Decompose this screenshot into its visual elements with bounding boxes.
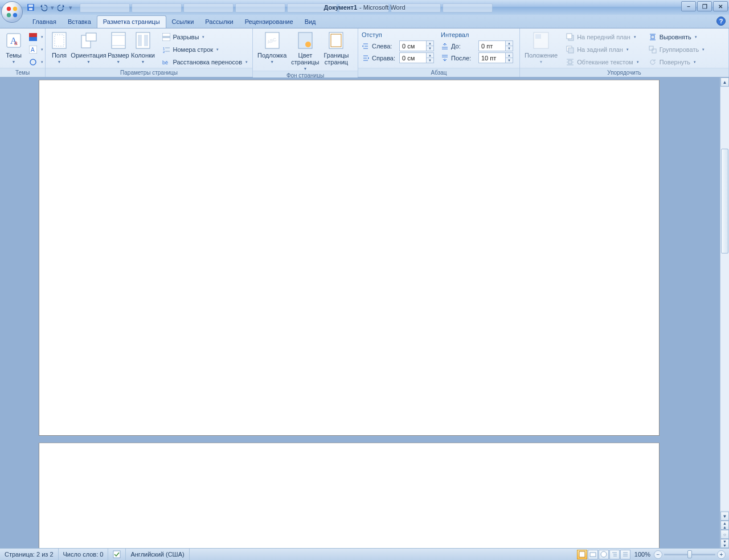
size-button[interactable]: Размер ▼ xyxy=(107,30,130,64)
theme-fonts-button[interactable]: A▾ xyxy=(26,44,46,55)
browse-object-icon[interactable]: ○ xyxy=(720,530,729,539)
spacing-after-input[interactable]: ▲▼ xyxy=(478,52,513,63)
background-task-tabs xyxy=(80,3,535,14)
size-label: Размер xyxy=(108,52,129,59)
svg-text:bē: bē xyxy=(162,60,168,66)
position-button[interactable]: Положение ▼ xyxy=(522,30,560,64)
theme-effects-button[interactable]: ▾ xyxy=(26,56,46,68)
columns-button[interactable]: Колонки ▼ xyxy=(130,30,155,64)
orientation-button[interactable]: Ориентация ▼ xyxy=(71,30,107,64)
help-icon[interactable]: ? xyxy=(716,17,726,26)
status-page[interactable]: Страница: 2 из 2 xyxy=(0,549,59,560)
group-icon xyxy=(648,45,657,54)
status-bar: Страница: 2 из 2 Число слов: 0 Английски… xyxy=(0,548,729,560)
tab-home[interactable]: Главная xyxy=(27,16,62,28)
rotate-button[interactable]: Повернуть▾ xyxy=(646,56,707,68)
tab-page-layout[interactable]: Разметка страницы xyxy=(97,15,166,28)
rotate-icon xyxy=(648,58,657,67)
close-button[interactable]: ✕ xyxy=(713,1,728,11)
spin-down-icon[interactable]: ▼ xyxy=(427,46,433,51)
send-back-icon xyxy=(566,45,575,54)
zoom-out-button[interactable]: − xyxy=(654,550,662,559)
spin-down-icon[interactable]: ▼ xyxy=(427,58,433,63)
svg-rect-22 xyxy=(144,35,148,46)
page-borders-label: Границы страниц xyxy=(323,52,349,66)
svg-rect-42 xyxy=(649,46,653,50)
line-numbers-label: Номера строк xyxy=(173,46,214,53)
theme-colors-button[interactable]: ▾ xyxy=(26,31,46,43)
spin-up-icon[interactable]: ▲ xyxy=(506,53,513,58)
breaks-button[interactable]: Разрывы▾ xyxy=(159,31,250,43)
tab-references[interactable]: Ссылки xyxy=(166,16,200,28)
next-page-icon[interactable]: ▼▼ xyxy=(720,539,729,548)
indent-left-label: Слева: xyxy=(372,43,397,50)
text-wrap-button[interactable]: Обтекание текстом▾ xyxy=(563,56,641,68)
scroll-down-icon[interactable]: ▼ xyxy=(720,512,729,521)
svg-text:2: 2 xyxy=(163,50,165,54)
page-1[interactable] xyxy=(39,80,660,436)
qat-dropdown-icon[interactable]: ▾ xyxy=(50,4,55,11)
margins-button[interactable]: Поля ▼ xyxy=(48,30,71,64)
hyphenation-button[interactable]: bēРасстановка переносов▾ xyxy=(159,56,250,68)
view-web-layout[interactable] xyxy=(599,550,609,559)
zoom-slider-thumb[interactable] xyxy=(687,550,692,558)
view-full-screen[interactable] xyxy=(588,550,598,559)
prev-page-icon[interactable]: ▲▲ xyxy=(720,521,729,530)
spin-down-icon[interactable]: ▼ xyxy=(506,58,513,63)
indent-right-input[interactable]: ▲▼ xyxy=(399,52,434,63)
view-outline[interactable] xyxy=(609,550,620,559)
view-draft[interactable] xyxy=(620,550,630,559)
tab-review[interactable]: Рецензирование xyxy=(239,16,299,28)
vertical-scrollbar[interactable]: ▲ ▼ ▲▲ ○ ▼▼ xyxy=(720,77,729,548)
group-objects-button[interactable]: Группировать▾ xyxy=(646,44,707,55)
indent-right-icon xyxy=(362,54,370,62)
align-button[interactable]: Выровнять▾ xyxy=(646,31,707,43)
undo-icon[interactable] xyxy=(38,2,49,13)
status-proofing[interactable] xyxy=(108,549,126,560)
zoom-slider[interactable] xyxy=(664,554,715,555)
tab-view[interactable]: Вид xyxy=(299,16,322,28)
zoom-level[interactable]: 100% xyxy=(634,551,650,558)
save-icon[interactable] xyxy=(25,2,36,13)
tab-insert[interactable]: Вставка xyxy=(62,16,97,28)
zoom-in-button[interactable]: + xyxy=(717,550,726,559)
maximize-button[interactable]: ❐ xyxy=(697,1,712,11)
spin-down-icon[interactable]: ▼ xyxy=(506,46,513,51)
bring-front-button[interactable]: На передний план▾ xyxy=(563,31,641,43)
scroll-up-icon[interactable]: ▲ xyxy=(720,77,729,87)
redo-icon[interactable] xyxy=(56,2,67,13)
proofing-icon xyxy=(113,550,121,558)
scroll-thumb[interactable] xyxy=(721,149,728,254)
document-area[interactable] xyxy=(0,77,720,548)
spin-up-icon[interactable]: ▲ xyxy=(506,41,513,46)
send-back-button[interactable]: На задний план▾ xyxy=(563,44,641,55)
svg-rect-23 xyxy=(162,33,170,36)
spacing-before-input[interactable]: ▲▼ xyxy=(478,40,513,51)
qat-customize-icon[interactable]: ▾ xyxy=(68,4,73,11)
page-borders-button[interactable]: Границы страниц xyxy=(321,30,351,66)
group-page-setup-label: Параметры страницы xyxy=(46,68,252,77)
status-word-count[interactable]: Число слов: 0 xyxy=(59,549,109,560)
page-borders-icon xyxy=(327,31,345,50)
indent-left-input[interactable]: ▲▼ xyxy=(399,40,434,51)
tab-mailings[interactable]: Рассылки xyxy=(199,16,239,28)
themes-button[interactable]: Aa Темы ▼ xyxy=(2,30,25,64)
spin-up-icon[interactable]: ▲ xyxy=(427,53,433,58)
bring-front-icon xyxy=(566,32,575,42)
scroll-track[interactable] xyxy=(720,87,729,510)
spacing-before-label: До: xyxy=(451,43,476,50)
view-print-layout[interactable] xyxy=(577,550,587,559)
position-label: Положение xyxy=(525,52,558,59)
page-2[interactable] xyxy=(39,443,660,548)
page-color-button[interactable]: Цвет страницы ▼ xyxy=(289,30,321,71)
svg-rect-45 xyxy=(579,551,585,557)
line-numbers-button[interactable]: 12Номера строк▾ xyxy=(159,44,250,55)
group-page-background: ABC Подложка ▼ Цвет страницы ▼ Границы с… xyxy=(253,28,358,77)
page-color-label: Цвет страницы xyxy=(291,52,319,66)
columns-icon xyxy=(134,31,152,50)
office-button[interactable] xyxy=(1,1,23,23)
watermark-button[interactable]: ABC Подложка ▼ xyxy=(255,30,289,64)
minimize-button[interactable]: – xyxy=(681,1,696,11)
status-language[interactable]: Английский (США) xyxy=(126,549,189,560)
spin-up-icon[interactable]: ▲ xyxy=(427,41,433,46)
